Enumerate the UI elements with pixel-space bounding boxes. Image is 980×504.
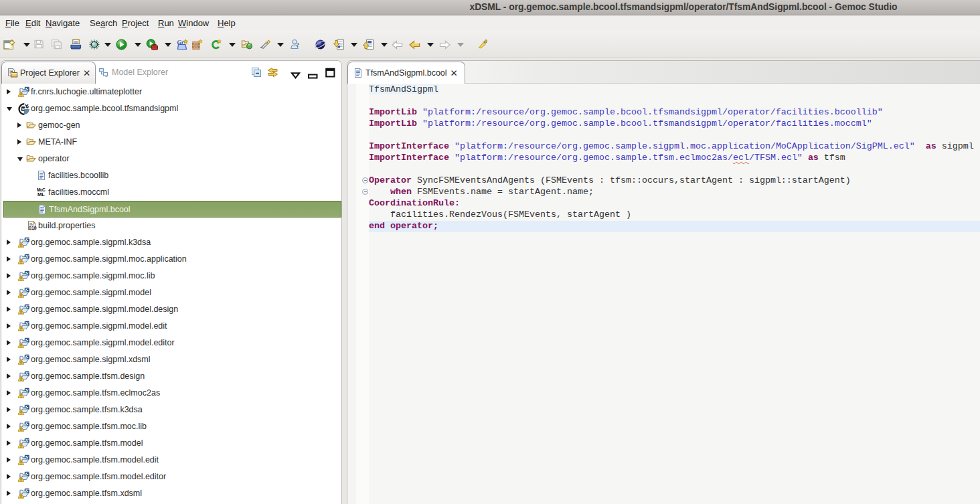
svg-text:B: B xyxy=(22,107,25,111)
svg-text:ML: ML xyxy=(37,191,45,197)
svg-text:?: ? xyxy=(297,41,300,48)
svg-text:010: 010 xyxy=(29,226,37,230)
